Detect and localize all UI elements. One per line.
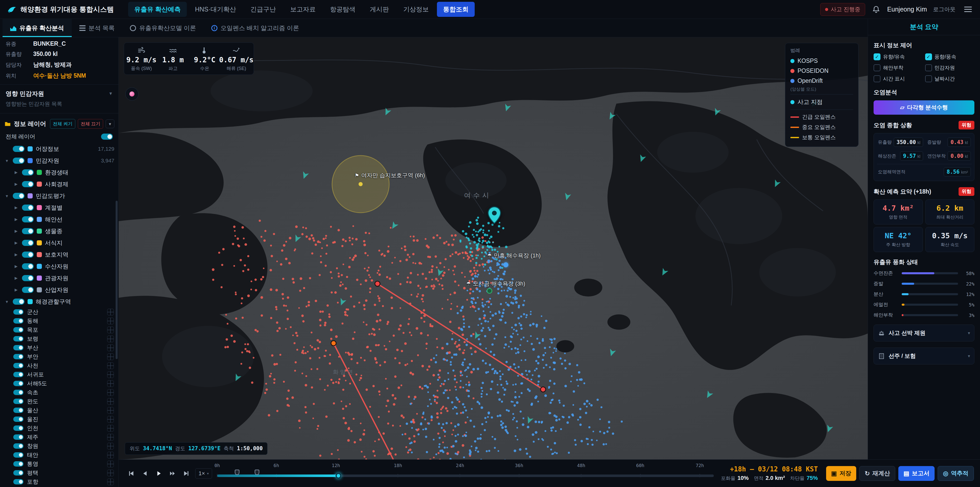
- region-map-button[interactable]: [107, 461, 114, 467]
- recalculate-button[interactable]: ↻재계산: [859, 466, 895, 481]
- layer-row-7[interactable]: ▶생물종: [0, 225, 118, 237]
- region-map-button[interactable]: [107, 318, 114, 324]
- region-toggle[interactable]: [13, 479, 24, 484]
- region-toggle[interactable]: [13, 443, 24, 449]
- nav-item-5[interactable]: 게시판: [364, 2, 395, 17]
- region-map-button[interactable]: [107, 407, 114, 414]
- layer-filter-button[interactable]: ▼: [106, 120, 115, 128]
- layer-toggle[interactable]: [13, 299, 24, 305]
- region-map-button[interactable]: [107, 452, 114, 458]
- region-toggle[interactable]: [13, 381, 24, 386]
- region-row-1[interactable]: 동해: [0, 316, 118, 325]
- caret-down-icon[interactable]: ▼: [4, 158, 10, 163]
- menu-button[interactable]: [963, 5, 974, 14]
- speed-selector[interactable]: 1× ▾: [195, 468, 212, 479]
- region-row-19[interactable]: 포항: [0, 477, 118, 486]
- region-map-button[interactable]: [107, 416, 114, 423]
- checkbox-checked-icon[interactable]: ✓: [873, 53, 880, 60]
- layer-row-2[interactable]: ▶환경생태: [0, 166, 118, 178]
- region-row-14[interactable]: 제주: [0, 433, 118, 442]
- play-button[interactable]: [152, 467, 165, 480]
- display-option-2[interactable]: 해안부착: [873, 64, 923, 71]
- caret-right-icon[interactable]: ▶: [13, 287, 19, 292]
- region-row-4[interactable]: 부산: [0, 343, 118, 352]
- caret-right-icon[interactable]: ▶: [13, 229, 19, 233]
- region-map-button[interactable]: [107, 469, 114, 476]
- timeline-event-marker[interactable]: [235, 469, 239, 475]
- layer-toggle[interactable]: [13, 193, 24, 199]
- region-row-3[interactable]: 보령: [0, 334, 118, 343]
- backtrack-button[interactable]: ◎역추적: [938, 466, 974, 481]
- report-button[interactable]: ▤보고서: [898, 466, 935, 481]
- ship-info-section[interactable]: 사고 선박 제원 ▾: [873, 324, 974, 342]
- region-row-2[interactable]: 목포: [0, 325, 118, 334]
- all-layers-off-button[interactable]: 전체 끄기: [78, 119, 103, 129]
- region-toggle[interactable]: [13, 461, 24, 466]
- app-logo[interactable]: 해양환경 위기대응 통합시스템: [6, 4, 114, 14]
- region-row-16[interactable]: 태안: [0, 450, 118, 460]
- region-toggle[interactable]: [13, 470, 24, 476]
- region-map-button[interactable]: [107, 434, 114, 441]
- layer-row-13[interactable]: ▼해경관할구역: [0, 296, 118, 308]
- region-toggle[interactable]: [13, 417, 24, 422]
- region-map-button[interactable]: [107, 345, 114, 351]
- region-toggle[interactable]: [13, 372, 24, 377]
- region-row-6[interactable]: 사천: [0, 361, 118, 370]
- checkbox-icon[interactable]: [873, 75, 880, 82]
- layer-toggle[interactable]: [22, 228, 34, 234]
- overlay-tool-button[interactable]: [125, 87, 138, 101]
- nav-item-1[interactable]: HNS·대기확산: [189, 2, 242, 17]
- region-map-button[interactable]: [107, 362, 114, 369]
- skip-end-button[interactable]: [180, 467, 192, 480]
- layer-toggle[interactable]: [22, 263, 34, 270]
- region-map-button[interactable]: [107, 327, 114, 333]
- layer-toggle[interactable]: [13, 158, 24, 164]
- region-map-button[interactable]: [107, 353, 114, 360]
- region-toggle[interactable]: [13, 327, 24, 332]
- region-map-button[interactable]: [107, 479, 114, 485]
- region-toggle[interactable]: [13, 345, 24, 350]
- beach-marker-1[interactable]: [503, 262, 508, 267]
- region-row-18[interactable]: 평택: [0, 468, 118, 477]
- region-toggle[interactable]: [13, 318, 24, 324]
- all-layers-on-button[interactable]: 전체 켜기: [50, 119, 75, 129]
- display-option-4[interactable]: 시간 표시: [873, 75, 923, 82]
- region-row-9[interactable]: 속초: [0, 388, 118, 397]
- nav-item-2[interactable]: 긴급구난: [244, 2, 282, 17]
- checkbox-checked-icon[interactable]: ✓: [925, 53, 932, 60]
- caret-right-icon[interactable]: ▶: [13, 252, 19, 257]
- nav-item-3[interactable]: 보고자료: [284, 2, 322, 17]
- caret-down-icon[interactable]: ▼: [4, 300, 10, 304]
- layer-toggle[interactable]: [13, 146, 24, 152]
- layer-row-1[interactable]: ▼민감자원3,947: [0, 155, 118, 166]
- layer-toggle[interactable]: [22, 216, 34, 222]
- region-toggle[interactable]: [13, 354, 24, 359]
- region-row-17[interactable]: 통영: [0, 460, 118, 468]
- region-map-button[interactable]: [107, 380, 114, 387]
- region-map-button[interactable]: [107, 398, 114, 405]
- layer-row-6[interactable]: ▶해안선: [0, 214, 118, 225]
- map-canvas[interactable]: [119, 37, 868, 460]
- caret-down-icon[interactable]: ▼: [4, 194, 10, 198]
- region-row-15[interactable]: 창원: [0, 442, 118, 450]
- display-option-3[interactable]: 민감자원: [925, 64, 975, 71]
- region-toggle[interactable]: [13, 425, 24, 431]
- region-toggle[interactable]: [13, 336, 24, 342]
- incident-status-badge[interactable]: 사고 진행중: [820, 3, 865, 16]
- region-row-12[interactable]: 울진: [0, 415, 118, 424]
- layer-row-10[interactable]: ▶수산자원: [0, 260, 118, 272]
- caret-right-icon[interactable]: ▶: [13, 205, 19, 210]
- skip-start-button[interactable]: [125, 467, 138, 480]
- region-toggle[interactable]: [13, 309, 24, 315]
- checkbox-icon[interactable]: [925, 75, 932, 82]
- region-toggle[interactable]: [13, 399, 24, 404]
- layer-toggle[interactable]: [22, 169, 34, 176]
- region-map-button[interactable]: [107, 335, 114, 342]
- sidebar-scrollbar[interactable]: [116, 201, 118, 359]
- layer-row-11[interactable]: ▶관광자원: [0, 272, 118, 284]
- incident-location-pin[interactable]: [487, 206, 501, 225]
- region-toggle[interactable]: [13, 363, 24, 368]
- polygon-analysis-button[interactable]: ▱ 다각형 분석수행: [873, 101, 974, 115]
- region-row-7[interactable]: 서귀포: [0, 370, 118, 379]
- caret-right-icon[interactable]: ▶: [13, 170, 19, 175]
